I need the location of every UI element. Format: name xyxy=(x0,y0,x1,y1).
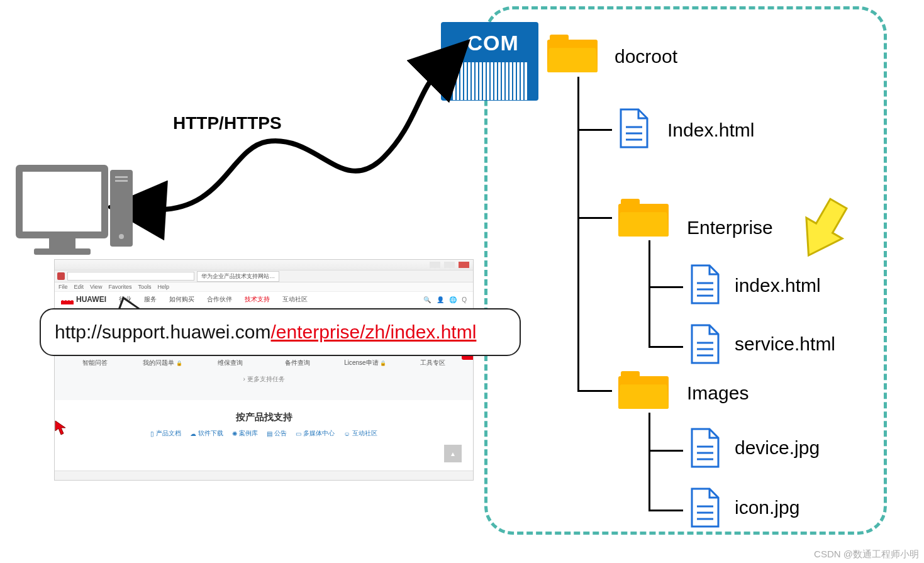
task-label: 维保查询 xyxy=(218,359,243,367)
folder-label-docroot: docroot xyxy=(615,46,677,67)
menu-tools[interactable]: Tools xyxy=(138,284,151,290)
task-label: 工具专区 xyxy=(420,359,445,367)
menu-edit[interactable]: Edit xyxy=(74,284,84,290)
support-link[interactable]: ▤公告 xyxy=(267,429,287,438)
file-label-ent-index: index.html xyxy=(735,275,821,296)
close-icon[interactable] xyxy=(459,262,469,268)
dotcom-label: .COM xyxy=(441,32,538,53)
folder-label-enterprise: Enterprise xyxy=(687,217,773,238)
address-bar-row: 华为企业产品技术支持网站… xyxy=(55,270,473,282)
nav-item[interactable]: 合作伙伴 xyxy=(207,295,232,304)
link-label: 多媒体中心 xyxy=(303,429,335,438)
link-label: 公告 xyxy=(274,429,287,438)
browser-window: 华为企业产品技术支持网站… File Edit View Favorites T… xyxy=(55,260,473,480)
link-icon: ▤ xyxy=(267,430,272,437)
nav-item[interactable]: 服务 xyxy=(144,295,157,304)
support-links: ▯产品文档☁软件下载✺案例库▤公告▭多媒体中心☺互动社区 xyxy=(55,429,473,438)
support-link[interactable]: ☁软件下载 xyxy=(190,429,223,438)
folder-icon xyxy=(547,35,598,72)
section-title: 按产品找支持 xyxy=(55,409,473,425)
cursor-icon xyxy=(53,420,69,436)
file-icon xyxy=(689,428,721,468)
browser-tab[interactable]: 华为企业产品技术支持网站… xyxy=(197,271,279,282)
nav-item[interactable]: 如何购买 xyxy=(169,295,194,304)
header-icons: 🔍 👤 🌐 Q xyxy=(423,296,467,303)
file-label-device: device.jpg xyxy=(735,437,820,459)
link-label: 案例库 xyxy=(239,429,258,438)
support-link[interactable]: ▯产品文档 xyxy=(150,429,181,438)
support-link[interactable]: ▭多媒体中心 xyxy=(296,429,335,438)
file-label-service: service.html xyxy=(735,333,835,355)
folder-label-images: Images xyxy=(687,382,749,404)
task-label: 我的问题单 🔒 xyxy=(143,359,182,367)
http-arrow xyxy=(135,66,462,230)
link-icon: ▭ xyxy=(296,430,301,437)
link-icon: ☺ xyxy=(343,430,350,437)
window-controls xyxy=(55,260,473,270)
url-plain: http://support.huawei.com xyxy=(55,321,271,343)
highlight-arrow-icon xyxy=(798,196,848,265)
menu-help[interactable]: Help xyxy=(157,284,169,290)
link-label: 互动社区 xyxy=(352,429,377,438)
more-tasks-link[interactable]: › 更多支持任务 xyxy=(61,375,467,384)
protocol-label: HTTP/HTTPS xyxy=(173,113,282,133)
huawei-favicon xyxy=(57,272,65,280)
folder-icon xyxy=(618,371,669,409)
file-label-icon: icon.jpg xyxy=(735,497,799,518)
file-icon xyxy=(689,264,721,304)
file-label-index: Index.html xyxy=(667,120,754,141)
scroll-top-icon[interactable]: ▲ xyxy=(444,445,462,462)
link-icon: ☁ xyxy=(190,430,196,437)
menu-bar: File Edit View Favorites Tools Help xyxy=(55,282,473,292)
status-bar xyxy=(55,471,473,480)
task-label: 智能问答 xyxy=(82,359,108,367)
link-label: 软件下载 xyxy=(198,429,223,438)
task-label: License申请 🔒 xyxy=(344,359,386,367)
watermark: CSDN @数通工程师小明 xyxy=(814,549,919,560)
url-highlight: /enterprise/zh/index.html xyxy=(271,321,477,343)
link-icon: ▯ xyxy=(150,430,154,437)
menu-file[interactable]: File xyxy=(58,284,68,290)
support-link[interactable]: ✺案例库 xyxy=(232,429,258,438)
url-callout: http://support.huawei.com/enterprise/zh/… xyxy=(40,308,521,356)
task-label: 备件查询 xyxy=(285,359,310,367)
folder-icon xyxy=(618,199,669,237)
link-icon: ✺ xyxy=(232,430,237,437)
file-icon xyxy=(689,488,721,528)
file-icon xyxy=(689,324,721,364)
nav-item-active[interactable]: 技术支持 xyxy=(245,295,270,304)
server-boundary xyxy=(484,6,887,535)
support-link[interactable]: ☺互动社区 xyxy=(343,429,377,438)
huawei-logo[interactable]: HUAWEI xyxy=(61,294,106,304)
nav-item[interactable]: 互动社区 xyxy=(282,295,308,304)
menu-view[interactable]: View xyxy=(90,284,102,290)
client-computer-icon xyxy=(16,165,108,255)
menu-fav[interactable]: Favorites xyxy=(108,284,131,290)
file-icon xyxy=(618,108,650,148)
address-input[interactable] xyxy=(67,272,194,281)
link-label: 产品文档 xyxy=(156,429,181,438)
